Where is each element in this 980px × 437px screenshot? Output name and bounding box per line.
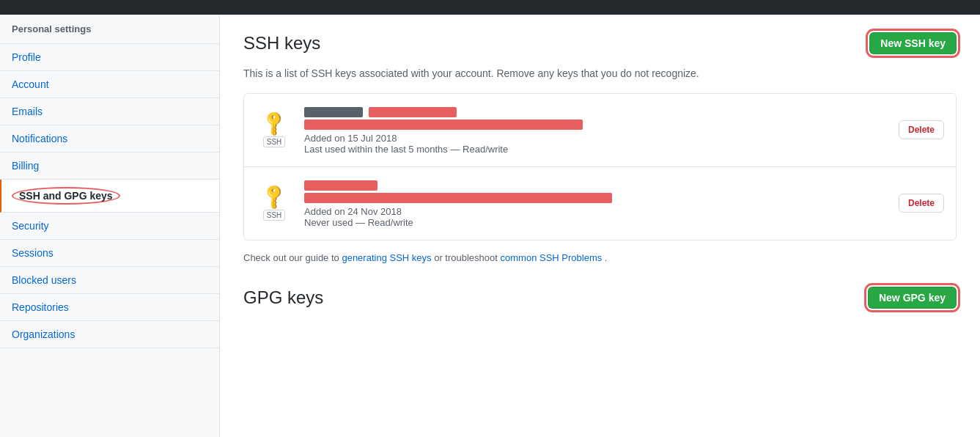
key2-added-date: Added on 24 Nov 2018 [304, 206, 887, 217]
key2-name-redact [304, 180, 377, 191]
key1-added-date: Added on 15 Jul 2018 [304, 133, 887, 144]
sidebar-item-profile[interactable]: Profile [0, 44, 219, 71]
sidebar-item-blocked-users[interactable]: Blocked users [0, 267, 219, 294]
sidebar-item-repositories[interactable]: Repositories [0, 294, 219, 321]
ssh-footer-links: Check out our guide to generating SSH ke… [243, 252, 957, 263]
sidebar-item-ssh-gpg-keys[interactable]: SSH and GPG keys [0, 180, 219, 213]
ssh-keys-list: 🔑 SSH Added on 15 Jul 2018 Last used wit… [243, 93, 957, 240]
table-row: 🔑 SSH Added on 24 Nov 2018 Never used — … [244, 167, 956, 240]
footer-middle: or troubleshoot [434, 252, 500, 263]
key1-name-text [304, 107, 363, 117]
key1-fingerprint [304, 119, 887, 130]
key2-icon-area: 🔑 SSH [256, 186, 292, 221]
key-icon: 🔑 [259, 108, 289, 138]
gpg-section-header: GPG keys New GPG key [243, 287, 957, 309]
footer-prefix: Check out our guide to [243, 252, 342, 263]
key2-type-badge: SSH [263, 210, 286, 221]
top-bar [0, 0, 980, 15]
key1-last-used: Last used within the last 5 months — Rea… [304, 144, 887, 155]
new-ssh-key-button[interactable]: New SSH key [869, 32, 957, 54]
key1-actions: Delete [899, 120, 944, 139]
gpg-section-title: GPG keys [243, 287, 323, 308]
sidebar-item-sessions[interactable]: Sessions [0, 240, 219, 267]
key2-delete-button[interactable]: Delete [899, 194, 944, 213]
layout: Personal settings Profile Account Emails… [0, 15, 980, 437]
key1-delete-button[interactable]: Delete [899, 120, 944, 139]
key2-fingerprint-redact [304, 193, 612, 203]
key2-name [304, 179, 887, 191]
new-gpg-key-button[interactable]: New GPG key [868, 287, 957, 309]
ssh-section-title: SSH keys [243, 33, 320, 54]
key1-name-redact [369, 107, 457, 117]
sidebar-header: Personal settings [0, 15, 219, 44]
key1-fingerprint-redact [304, 120, 583, 130]
table-row: 🔑 SSH Added on 15 Jul 2018 Last used wit… [244, 94, 956, 167]
sidebar-item-organizations[interactable]: Organizations [0, 321, 219, 348]
footer-suffix: . [605, 252, 608, 263]
sidebar-item-emails[interactable]: Emails [0, 98, 219, 125]
sidebar-item-billing[interactable]: Billing [0, 153, 219, 180]
sidebar-item-account[interactable]: Account [0, 71, 219, 98]
key1-name [304, 106, 887, 117]
active-oval-indicator: SSH and GPG keys [12, 187, 120, 205]
ssh-info-text: This is a list of SSH keys associated wi… [243, 66, 957, 81]
common-ssh-problems-link[interactable]: common SSH Problems [501, 252, 603, 263]
key2-last-used: Never used — Read/write [304, 217, 887, 228]
key1-icon-area: 🔑 SSH [256, 113, 292, 147]
main-content: SSH keys New SSH key This is a list of S… [220, 15, 980, 437]
key-icon: 🔑 [259, 181, 289, 211]
key1-type-badge: SSH [263, 136, 286, 147]
generating-ssh-keys-link[interactable]: generating SSH keys [342, 252, 431, 263]
key2-details: Added on 24 Nov 2018 Never used — Read/w… [304, 179, 887, 228]
key2-actions: Delete [899, 194, 944, 213]
key2-fingerprint [304, 192, 887, 203]
ssh-section-header: SSH keys New SSH key [243, 32, 957, 54]
key1-details: Added on 15 Jul 2018 Last used within th… [304, 106, 887, 155]
sidebar-item-notifications[interactable]: Notifications [0, 125, 219, 153]
sidebar: Personal settings Profile Account Emails… [0, 15, 220, 437]
sidebar-item-security[interactable]: Security [0, 213, 219, 240]
